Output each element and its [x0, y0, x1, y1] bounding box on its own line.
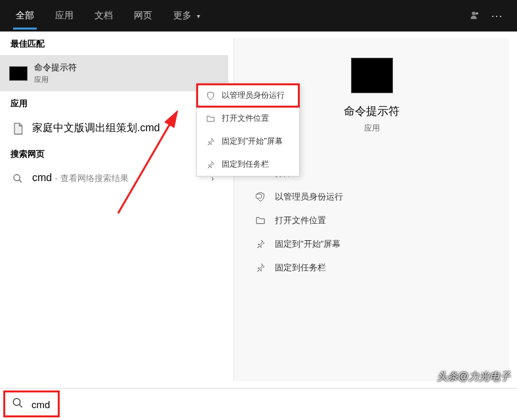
svg-point-0: [14, 175, 20, 180]
cm-pin-start-label: 固定到"开始"屏幕: [222, 136, 283, 147]
pin-icon: [205, 137, 217, 146]
search-icon: [9, 397, 31, 411]
action-open-location[interactable]: 打开文件位置: [247, 209, 496, 232]
chevron-down-icon: ▾: [197, 12, 200, 20]
cmd-file-icon: [11, 122, 24, 135]
result-web-search[interactable]: cmd - 查看网络搜索结果 ›: [0, 165, 228, 191]
result-app-title: 家庭中文版调出组策划.cmd: [32, 121, 160, 135]
tab-docs[interactable]: 文档: [84, 2, 123, 30]
admin-shield-icon: [205, 91, 217, 100]
dots-icon[interactable]: ⋯: [491, 9, 504, 23]
cm-pin-start[interactable]: 固定到"开始"屏幕: [197, 130, 299, 153]
pin-icon: [254, 239, 267, 249]
tab-web[interactable]: 网页: [123, 2, 163, 30]
preview-title: 命令提示符: [344, 104, 400, 119]
action-pin-taskbar-label: 固定到任务栏: [275, 262, 326, 274]
action-run-admin-label: 以管理员身份运行: [275, 191, 343, 203]
web-result-suffix: 查看网络搜索结果: [60, 173, 129, 183]
result-subtitle: 应用: [34, 75, 77, 85]
web-result-prefix: cmd: [32, 172, 52, 183]
result-best-match[interactable]: 命令提示符 应用: [0, 55, 228, 91]
preview-thumb-icon: [351, 58, 393, 93]
cm-pin-taskbar-label: 固定到任务栏: [222, 159, 269, 170]
admin-shield-icon: [254, 192, 267, 202]
svg-line-1: [19, 180, 22, 182]
action-pin-start[interactable]: 固定到"开始"屏幕: [247, 232, 496, 256]
action-run-admin[interactable]: 以管理员身份运行: [247, 185, 496, 209]
action-open-location-label: 打开文件位置: [275, 215, 326, 226]
cm-pin-taskbar[interactable]: 固定到任务栏: [197, 153, 299, 176]
folder-icon: [205, 114, 217, 123]
search-tabs: 全部 应用 文档 网页 更多 ▾ ⋯: [0, 0, 517, 32]
pin-icon: [254, 262, 267, 273]
tab-all[interactable]: 全部: [5, 2, 45, 30]
svg-line-7: [19, 404, 22, 408]
search-icon: [12, 173, 23, 184]
cm-run-admin-label: 以管理员身份运行: [222, 90, 285, 101]
cm-open-location[interactable]: 打开文件位置: [197, 107, 299, 130]
results-panel: 最佳匹配 命令提示符 应用 应用 家庭中文版调出组策划.cmd › 搜索网页 c…: [0, 32, 228, 388]
cmd-thumb-icon: [9, 66, 28, 81]
search-input[interactable]: [31, 399, 508, 410]
tab-apps[interactable]: 应用: [45, 2, 84, 30]
section-best-match: 最佳匹配: [0, 32, 228, 55]
svg-point-6: [13, 398, 20, 406]
section-web: 搜索网页: [0, 142, 228, 165]
cm-open-location-label: 打开文件位置: [222, 113, 269, 124]
svg-rect-4: [256, 194, 261, 198]
tab-more[interactable]: 更多 ▾: [163, 2, 211, 30]
preview-subtitle: 应用: [364, 123, 380, 134]
section-apps: 应用: [0, 91, 228, 115]
action-pin-taskbar[interactable]: 固定到任务栏: [247, 256, 496, 280]
folder-icon: [254, 215, 267, 226]
context-menu: 以管理员身份运行 打开文件位置 固定到"开始"屏幕 固定到任务栏: [196, 83, 300, 177]
result-app-file[interactable]: 家庭中文版调出组策划.cmd ›: [0, 115, 228, 142]
action-pin-start-label: 固定到"开始"屏幕: [275, 238, 341, 250]
pin-icon: [205, 160, 217, 169]
tab-more-label: 更多: [173, 10, 192, 20]
search-bar: [0, 388, 517, 420]
cm-run-admin[interactable]: 以管理员身份运行: [197, 84, 299, 107]
feedback-icon[interactable]: [468, 10, 479, 22]
result-title: 命令提示符: [34, 62, 77, 74]
